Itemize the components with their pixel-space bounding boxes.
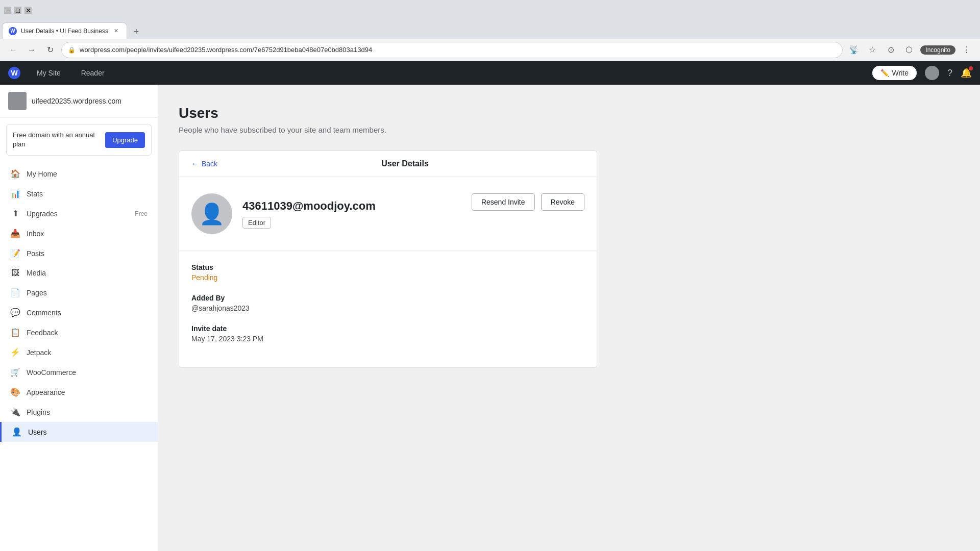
- avatar-person-icon: 👤: [199, 202, 225, 226]
- sidebar-item-posts[interactable]: 📝 Posts: [0, 243, 158, 263]
- nav-back-button[interactable]: ←: [6, 43, 20, 57]
- reader-label: Reader: [81, 69, 105, 77]
- notifications-icon[interactable]: 🔔: [961, 67, 972, 79]
- added-by-label: Added By: [191, 294, 584, 302]
- cast-icon[interactable]: 📡: [847, 43, 861, 57]
- upgrade-button[interactable]: Upgrade: [105, 132, 145, 148]
- write-button[interactable]: ✏️ Write: [872, 66, 917, 80]
- card-header: ← Back User Details: [179, 151, 597, 177]
- sidebar-item-woocommerce[interactable]: 🛒 WooCommerce: [0, 362, 158, 382]
- user-details-card: ← Back User Details 👤 43611039@moodjoy.c…: [179, 151, 597, 368]
- sidebar-item-media[interactable]: 🖼 Media: [0, 263, 158, 283]
- sidebar-item-feedback[interactable]: 📋 Feedback: [0, 322, 158, 342]
- media-icon: 🖼: [10, 268, 20, 278]
- nav-my-site[interactable]: My Site: [33, 67, 65, 79]
- sidebar-label-woocommerce: WooCommerce: [27, 368, 76, 377]
- added-by-value: @sarahjonas2023: [191, 304, 584, 312]
- user-email: 43611039@moodjoy.com: [242, 199, 376, 213]
- wp-nav-right: ✏️ Write ? 🔔: [872, 66, 972, 80]
- inbox-icon: 📥: [10, 229, 20, 238]
- nav-refresh-button[interactable]: ↻: [43, 43, 57, 57]
- extensions-icon[interactable]: ⬡: [902, 43, 916, 57]
- back-button[interactable]: ← Back: [191, 160, 217, 168]
- site-icon: [8, 92, 27, 110]
- notification-dot: [969, 66, 973, 70]
- status-field: Status Pending: [191, 263, 584, 282]
- sidebar-label-pages: Pages: [27, 289, 47, 297]
- posts-icon: 📝: [10, 248, 20, 258]
- sidebar-item-jetpack[interactable]: ⚡ Jetpack: [0, 342, 158, 362]
- pages-icon: 📄: [10, 288, 20, 297]
- sidebar-item-users[interactable]: 👤 Users: [0, 422, 158, 442]
- upgrades-badge: Free: [135, 210, 148, 217]
- invite-date-value: May 17, 2023 3:23 PM: [191, 335, 584, 343]
- write-icon: ✏️: [880, 69, 889, 77]
- site-name: uifeed20235.wordpress.com: [32, 97, 121, 105]
- plugins-icon: 🔌: [10, 407, 20, 417]
- status-value: Pending: [191, 273, 584, 282]
- sidebar-label-plugins: Plugins: [27, 408, 50, 416]
- profile-icon[interactable]: ⊙: [884, 43, 898, 57]
- sidebar-item-pages[interactable]: 📄 Pages: [0, 283, 158, 303]
- menu-icon[interactable]: ⋮: [960, 43, 974, 57]
- wp-logo[interactable]: W: [8, 67, 20, 79]
- bookmark-icon[interactable]: ☆: [865, 43, 879, 57]
- user-role-badge: Editor: [242, 217, 271, 229]
- tab-close-button[interactable]: ✕: [112, 27, 120, 35]
- sidebar-item-appearance[interactable]: 🎨 Appearance: [0, 382, 158, 402]
- sidebar-label-my-home: My Home: [27, 170, 57, 178]
- sidebar-label-inbox: Inbox: [27, 230, 44, 238]
- status-label: Status: [191, 263, 584, 271]
- new-tab-button[interactable]: +: [129, 24, 143, 39]
- added-by-field: Added By @sarahjonas2023: [191, 294, 584, 312]
- stats-icon: 📊: [10, 189, 20, 198]
- user-identity: 👤 43611039@moodjoy.com Editor: [191, 193, 376, 234]
- tab-title: User Details • UI Feed Business: [21, 28, 108, 35]
- user-details-info: 43611039@moodjoy.com Editor: [242, 199, 376, 229]
- comments-icon: 💬: [10, 308, 20, 317]
- sidebar-item-inbox[interactable]: 📥 Inbox: [0, 223, 158, 243]
- user-avatar-nav[interactable]: [925, 66, 939, 80]
- jetpack-icon: ⚡: [10, 347, 20, 357]
- my-site-label: My Site: [37, 69, 61, 77]
- page-subtitle: People who have subscribed to your site …: [179, 126, 960, 134]
- maximize-button[interactable]: □: [14, 7, 21, 14]
- sidebar-label-appearance: Appearance: [27, 388, 65, 396]
- page-title: Users: [179, 105, 960, 121]
- upgrade-banner-text: Free domain with an annual plan: [13, 131, 105, 149]
- back-arrow-icon: ←: [191, 160, 199, 168]
- main-content: Users People who have subscribed to your…: [158, 85, 980, 551]
- browser-tab[interactable]: W User Details • UI Feed Business ✕: [2, 22, 127, 39]
- back-label: Back: [202, 160, 217, 168]
- nav-forward-button[interactable]: →: [24, 43, 39, 57]
- wp-navbar: W My Site Reader ✏️ Write ? 🔔: [0, 61, 980, 85]
- address-text: wordpress.com/people/invites/uifeed20235…: [80, 46, 836, 54]
- resend-invite-button[interactable]: Resend Invite: [472, 193, 535, 211]
- sidebar-label-jetpack: Jetpack: [27, 348, 51, 357]
- appearance-icon: 🎨: [10, 387, 20, 397]
- sidebar-label-comments: Comments: [27, 309, 61, 317]
- invite-date-label: Invite date: [191, 324, 584, 333]
- close-button[interactable]: ✕: [24, 7, 32, 14]
- minimize-button[interactable]: –: [4, 7, 11, 14]
- sidebar-item-stats[interactable]: 📊 Stats: [0, 184, 158, 204]
- sidebar-item-plugins[interactable]: 🔌 Plugins: [0, 402, 158, 422]
- tab-favicon: W: [9, 27, 17, 35]
- card-header-title: User Details: [226, 159, 584, 168]
- nav-reader[interactable]: Reader: [77, 67, 109, 79]
- write-label: Write: [892, 69, 909, 77]
- sidebar-item-upgrades[interactable]: ⬆ Upgrades Free: [0, 204, 158, 223]
- sidebar-item-my-home[interactable]: 🏠 My Home: [0, 164, 158, 184]
- woocommerce-icon: 🛒: [10, 367, 20, 377]
- sidebar-label-stats: Stats: [27, 190, 43, 198]
- incognito-button[interactable]: Incognito: [920, 45, 955, 55]
- wp-logo-icon: W: [8, 67, 20, 79]
- lock-icon: 🔒: [68, 46, 76, 54]
- sidebar-item-comments[interactable]: 💬 Comments: [0, 303, 158, 322]
- address-bar[interactable]: 🔒 wordpress.com/people/invites/uifeed202…: [61, 42, 843, 58]
- my-home-icon: 🏠: [10, 169, 20, 179]
- help-icon[interactable]: ?: [947, 68, 952, 79]
- sidebar: uifeed20235.wordpress.com Free domain wi…: [0, 85, 158, 551]
- sidebar-nav: 🏠 My Home 📊 Stats ⬆ Upgrades Free 📥 Inbo…: [0, 162, 158, 444]
- revoke-button[interactable]: Revoke: [541, 193, 584, 211]
